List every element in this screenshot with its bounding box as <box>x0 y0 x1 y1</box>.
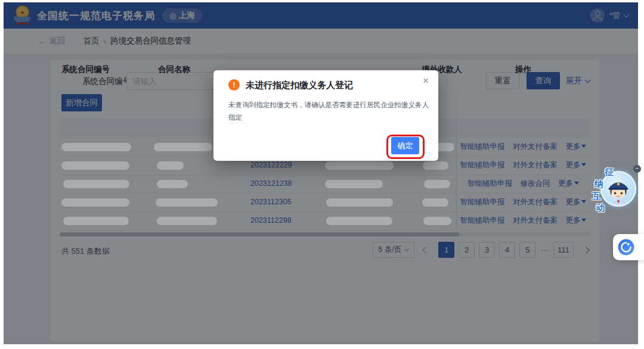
dialog-message: 未查询到指定扣缴文书，请确认是否需要进行居民企业扣缴义务人指定 <box>228 98 430 123</box>
redacted-cell <box>154 143 212 151</box>
assistant-label-char: 征 <box>605 167 614 178</box>
close-icon[interactable]: × <box>423 75 429 87</box>
redacted-cell <box>157 161 184 170</box>
page: { "app": { "title": "全国统一规范电子税务局", "loca… <box>0 0 644 349</box>
redacted-cell <box>424 180 450 188</box>
redacted-cell <box>157 180 188 188</box>
app-window: ★ 全国统一规范电子税务局 ◎ 上海 *莹 ← 返回 首页 › 跨境交易合同信息… <box>4 2 638 344</box>
interaction-launcher-icon[interactable] <box>618 239 634 255</box>
dialog-title: 未进行指定扣缴义务人登记 <box>246 80 353 91</box>
redacted-cell <box>326 198 393 207</box>
redacted-cell <box>423 161 448 170</box>
interaction-assistant-widget[interactable]: 征 纳 互 动 − <box>587 161 644 214</box>
assistant-label-char: 动 <box>596 202 605 214</box>
redacted-cell <box>422 198 448 207</box>
redacted-cell <box>423 217 451 225</box>
redacted-cell <box>325 180 383 188</box>
assistant-label-char: 纳 <box>595 179 603 190</box>
redacted-cell <box>325 161 394 170</box>
redacted-cell <box>326 217 392 225</box>
minimize-icon[interactable]: − <box>633 165 641 173</box>
redacted-cell <box>157 217 217 225</box>
side-launcher[interactable] <box>613 234 644 260</box>
redacted-cell <box>61 161 129 170</box>
redacted-cell <box>61 143 131 151</box>
modal-dim-overlay <box>4 2 638 344</box>
redacted-cell <box>63 217 129 225</box>
redacted-cell <box>63 180 129 188</box>
redacted-cell <box>61 198 129 207</box>
redacted-cell <box>156 198 218 207</box>
assistant-label-char: 互 <box>592 191 601 202</box>
warning-icon: ! <box>228 79 240 91</box>
highlight-annotation-rect <box>386 135 425 159</box>
